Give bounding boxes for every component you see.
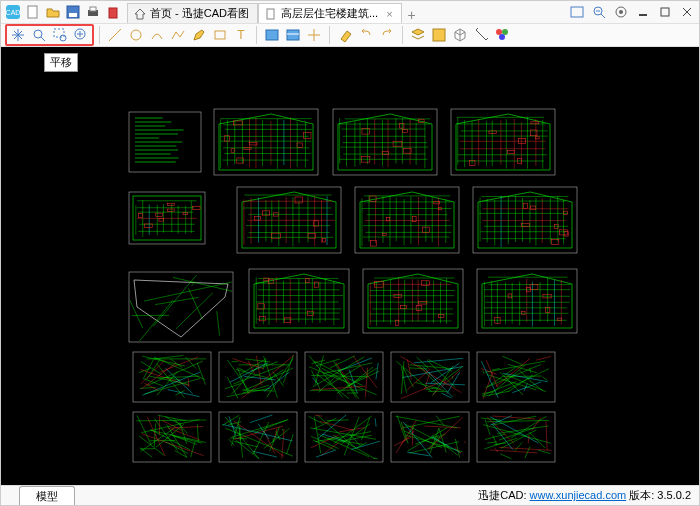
svg-rect-556 <box>219 412 297 462</box>
pan-icon[interactable] <box>9 26 27 44</box>
minimize-icon[interactable] <box>635 4 651 20</box>
layer-icon[interactable] <box>263 26 281 44</box>
arc-icon[interactable] <box>148 26 166 44</box>
box3d-icon[interactable] <box>451 26 469 44</box>
tab-home[interactable]: 首页 - 迅捷CAD看图 <box>127 3 258 23</box>
svg-rect-264 <box>129 272 233 342</box>
toolbar: T <box>1 23 699 47</box>
tab-home-label: 首页 - 迅捷CAD看图 <box>150 6 249 21</box>
svg-rect-8 <box>267 9 274 19</box>
close-icon[interactable]: × <box>386 8 392 20</box>
tab-strip: 首页 - 迅捷CAD看图 高层层住宅楼建筑... × + <box>127 1 422 23</box>
tab-document[interactable]: 高层层住宅楼建筑... × <box>258 3 402 23</box>
view-tools-group <box>5 24 94 46</box>
measure-icon[interactable] <box>472 26 490 44</box>
tab-doc-label: 高层层住宅楼建筑... <box>281 6 378 21</box>
cad-thumbnails <box>1 47 699 486</box>
settings-icon[interactable] <box>613 4 629 20</box>
svg-rect-16 <box>661 8 669 16</box>
svg-point-22 <box>60 35 66 41</box>
model-tab[interactable]: 模型 <box>19 486 75 506</box>
svg-text:T: T <box>237 28 245 42</box>
crosshair-icon[interactable] <box>305 26 323 44</box>
svg-line-11 <box>601 14 605 18</box>
svg-line-20 <box>41 37 45 41</box>
svg-point-38 <box>502 29 508 35</box>
new-icon[interactable] <box>25 4 41 20</box>
circle-icon[interactable] <box>127 26 145 44</box>
svg-rect-310 <box>363 269 463 333</box>
tooltip: 平移 <box>44 53 78 72</box>
color-icon[interactable] <box>493 26 511 44</box>
svg-point-19 <box>34 30 42 38</box>
svg-line-34 <box>476 30 486 40</box>
properties-icon[interactable] <box>430 26 448 44</box>
layer2-icon[interactable] <box>284 26 302 44</box>
zoom-icon[interactable] <box>30 26 48 44</box>
svg-rect-7 <box>109 8 117 18</box>
svg-rect-53 <box>214 109 318 175</box>
titlebar: CAD 首页 - 迅捷CAD看图 高层层住宅楼建筑... × + <box>1 1 699 23</box>
svg-text:CAD: CAD <box>6 9 21 16</box>
layers-icon[interactable] <box>409 26 427 44</box>
svg-rect-171 <box>237 187 341 253</box>
erase-icon[interactable] <box>336 26 354 44</box>
statusbar: 模型 迅捷CAD: www.xunjiecad.com 版本: 3.5.0.2 <box>1 485 699 505</box>
svg-rect-233 <box>473 187 577 253</box>
svg-rect-432 <box>305 352 383 402</box>
svg-line-35 <box>476 28 478 30</box>
svg-rect-6 <box>90 7 96 11</box>
svg-rect-649 <box>477 412 555 462</box>
svg-rect-28 <box>266 30 278 40</box>
delete-icon[interactable] <box>105 4 121 20</box>
zoom-extents-icon[interactable] <box>72 26 90 44</box>
svg-point-37 <box>496 29 502 35</box>
maximize-icon[interactable] <box>657 4 673 20</box>
status-text: 迅捷CAD: www.xunjiecad.com 版本: 3.5.0.2 <box>478 488 699 503</box>
redo-icon[interactable] <box>378 26 396 44</box>
svg-line-36 <box>486 38 488 40</box>
svg-rect-587 <box>305 412 383 462</box>
status-link[interactable]: www.xunjiecad.com <box>530 489 627 501</box>
text-icon[interactable]: T <box>232 26 250 44</box>
svg-point-39 <box>499 34 505 40</box>
svg-line-24 <box>109 29 121 41</box>
open-icon[interactable] <box>45 4 61 20</box>
undo-icon[interactable] <box>357 26 375 44</box>
zoomout-icon[interactable] <box>591 4 607 20</box>
zoom-window-icon[interactable] <box>51 26 69 44</box>
svg-rect-401 <box>219 352 297 402</box>
svg-rect-340 <box>477 269 577 333</box>
svg-rect-115 <box>451 109 555 175</box>
svg-rect-146 <box>129 192 205 244</box>
app-icon: CAD <box>5 4 21 20</box>
close-window-icon[interactable] <box>679 4 695 20</box>
polyline-icon[interactable] <box>169 26 187 44</box>
svg-rect-29 <box>287 30 299 40</box>
svg-rect-4 <box>69 13 77 17</box>
print-icon[interactable] <box>85 4 101 20</box>
save-icon[interactable] <box>65 4 81 20</box>
svg-rect-26 <box>215 31 225 39</box>
line-icon[interactable] <box>106 26 124 44</box>
svg-rect-9 <box>571 7 583 17</box>
svg-rect-2 <box>28 6 37 18</box>
svg-point-25 <box>131 30 141 40</box>
edit-icon[interactable] <box>190 26 208 44</box>
window-icon[interactable] <box>569 4 585 20</box>
svg-rect-21 <box>54 29 64 37</box>
svg-rect-33 <box>433 29 445 41</box>
rect-icon[interactable] <box>211 26 229 44</box>
svg-point-14 <box>619 10 623 14</box>
add-tab-icon[interactable]: + <box>402 7 422 23</box>
drawing-canvas[interactable]: 平移 <box>1 47 699 486</box>
